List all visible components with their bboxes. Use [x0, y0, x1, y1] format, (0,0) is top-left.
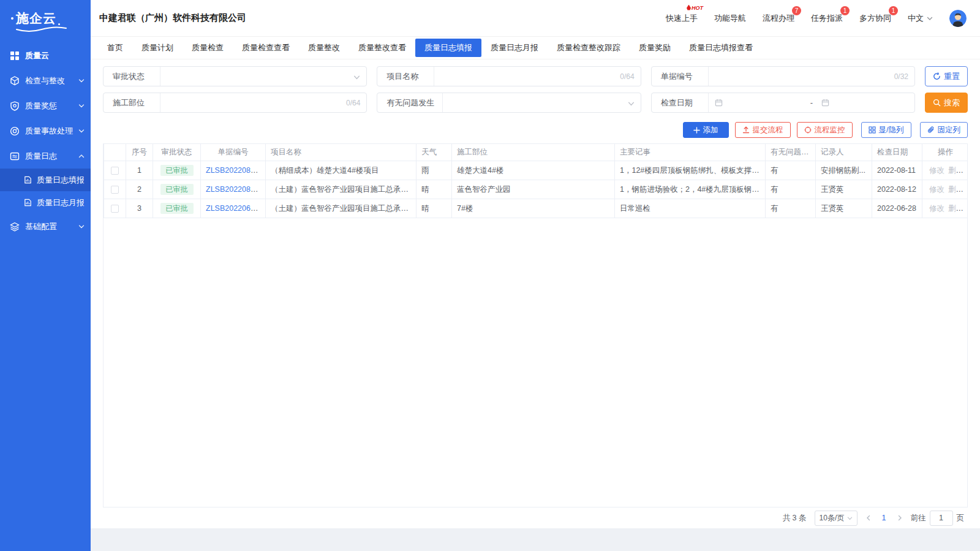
- chevron-down-icon: [353, 74, 360, 81]
- delete-link[interactable]: 删除: [948, 185, 963, 194]
- goto-page-input[interactable]: [930, 511, 953, 526]
- edit-link[interactable]: 修改: [929, 204, 944, 213]
- header-nav: 快速上手 HOT 功能导航 流程办理 7 任务指派 1 多方协同 1: [666, 10, 967, 27]
- delete-link[interactable]: 删除: [948, 166, 963, 175]
- tab-quality-rectify[interactable]: 质量整改: [299, 39, 349, 57]
- cell-recorder: 王贤英: [816, 180, 872, 199]
- count-badge: 1: [840, 6, 850, 15]
- add-button[interactable]: 添加: [683, 122, 729, 138]
- header-check-date: 检查日期: [872, 144, 922, 161]
- layers-icon: [10, 222, 20, 232]
- header-has-issue: 有无问题发生: [766, 144, 816, 161]
- sidebar-item-label: 质量奖惩: [25, 101, 78, 112]
- filter-check-date: 检查日期 -: [651, 93, 915, 113]
- tab-quality-inspect[interactable]: 质量检查: [183, 39, 233, 57]
- filter-panel: 审批状态 项目名称 0/64 单据编号 0/32 重置: [91, 59, 980, 120]
- nav-label: 流程办理: [763, 13, 794, 23]
- end-date-input[interactable]: [815, 93, 914, 112]
- journal-icon: [10, 151, 20, 161]
- sidebar-item-basic-config[interactable]: 基础配置: [0, 214, 91, 239]
- header-project-name: 项目名称: [266, 144, 417, 161]
- tab-quality-inspect-view[interactable]: 质量检查查看: [233, 39, 299, 57]
- cell-project: （精细成本）雄楚大道4#楼项目: [266, 161, 417, 180]
- filter-label: 审批状态: [104, 67, 160, 86]
- avatar-image: [949, 10, 967, 27]
- cell-seq: 2: [126, 180, 153, 199]
- row-checkbox[interactable]: [111, 186, 119, 194]
- chevron-down-icon: [847, 515, 853, 521]
- delete-link[interactable]: 删除: [948, 204, 963, 213]
- edit-link[interactable]: 修改: [929, 166, 944, 175]
- cube-icon: [10, 76, 20, 86]
- search-button[interactable]: 搜索: [925, 93, 968, 113]
- header-actions: 操作: [922, 144, 968, 161]
- sidebar-item-quality-log-fill[interactable]: 质量日志填报: [0, 169, 91, 191]
- sidebar-item-quality-reward-punish[interactable]: 质量奖惩: [0, 93, 91, 118]
- nav-multi-collab[interactable]: 多方协同 1: [859, 13, 891, 24]
- approval-status-select[interactable]: [160, 67, 366, 86]
- avatar[interactable]: [949, 10, 967, 27]
- calendar-icon: [715, 99, 723, 107]
- show-hide-columns-button[interactable]: 显/隐列: [861, 122, 911, 138]
- filter-doc-no: 单据编号 0/32: [651, 66, 915, 86]
- status-badge: 已审批: [160, 203, 194, 214]
- project-name-input[interactable]: 0/64: [434, 67, 640, 86]
- tab-quality-log-fill[interactable]: 质量日志填报: [415, 39, 481, 57]
- nav-task-assign[interactable]: 任务指派 1: [811, 13, 843, 24]
- nav-quick-start[interactable]: 快速上手 HOT: [666, 13, 698, 24]
- nav-flow-handle[interactable]: 流程办理 7: [763, 13, 794, 24]
- search-label: 搜索: [944, 97, 960, 108]
- cell-date: 2022-08-12: [872, 180, 922, 199]
- tab-quality-log-fill-view[interactable]: 质量日志填报查看: [680, 39, 762, 57]
- filter-project-name: 项目名称 0/64: [377, 66, 641, 86]
- calendar-icon: [821, 99, 829, 107]
- doc-no-link[interactable]: ZLSB2022060001: [206, 204, 266, 213]
- chevron-down-icon: [628, 101, 635, 107]
- nav-feature-guide[interactable]: 功能导航: [714, 13, 746, 24]
- tab-inspect-rectify-track[interactable]: 质量检查整改跟踪: [548, 39, 630, 57]
- flow-monitor-button[interactable]: 流程监控: [797, 122, 853, 138]
- sidebar-item-quality-log-monthly[interactable]: 质量日志月报: [0, 191, 91, 214]
- has-issue-select[interactable]: [443, 93, 640, 112]
- next-page-button[interactable]: [897, 515, 903, 521]
- row-checkbox[interactable]: [111, 205, 119, 213]
- edit-link[interactable]: 修改: [929, 185, 944, 194]
- bottom-strip: [91, 528, 980, 551]
- cell-notes: 1，钢筋进场验收；2，4#楼九层顶板钢筋绑扎...: [615, 180, 766, 199]
- target-icon: [10, 126, 20, 136]
- doc-no-input[interactable]: 0/32: [709, 67, 914, 86]
- tab-quality-rectify-view[interactable]: 质量整改查看: [349, 39, 415, 57]
- search-icon: [933, 99, 941, 107]
- start-date-input[interactable]: [709, 93, 808, 112]
- report-icon: [23, 175, 32, 184]
- sidebar-item-quality-accident[interactable]: 质量事故处理: [0, 118, 91, 143]
- fixed-columns-button[interactable]: 固定列: [920, 122, 968, 138]
- tab-home[interactable]: 首页: [98, 39, 132, 57]
- tab-quality-plan[interactable]: 质量计划: [132, 39, 183, 57]
- chevron-right-icon: [897, 515, 903, 521]
- construction-part-input[interactable]: 0/64: [160, 93, 366, 112]
- tab-quality-log-monthly[interactable]: 质量日志月报: [481, 39, 548, 57]
- header-recorder: 记录人: [816, 144, 872, 161]
- sidebar-item-inspection-rectify[interactable]: 检查与整改: [0, 68, 91, 93]
- plus-icon: [693, 127, 700, 134]
- page-size-select[interactable]: 10条/页: [815, 511, 858, 526]
- sidebar-item-quality-log[interactable]: 质量日志: [0, 143, 91, 169]
- monitor-icon: [804, 126, 812, 134]
- submit-flow-button[interactable]: 提交流程: [735, 122, 791, 138]
- tab-quality-reward[interactable]: 质量奖励: [630, 39, 680, 57]
- filter-has-issue: 有无问题发生: [377, 93, 641, 113]
- sidebar-item-quality-cloud[interactable]: 质量云: [0, 43, 91, 68]
- cell-notes: 1，12#楼四层顶板钢筋绑扎、模板支撑验收；...: [615, 161, 766, 180]
- doc-no-link[interactable]: ZLSB2022080003: [206, 166, 266, 175]
- row-checkbox[interactable]: [111, 167, 119, 175]
- page-number-current[interactable]: 1: [880, 514, 889, 522]
- language-switcher[interactable]: 中文: [908, 13, 933, 24]
- char-counter: 0/32: [894, 72, 908, 81]
- goto-prefix: 前往: [911, 513, 926, 523]
- nav-label: 多方协同: [859, 13, 891, 23]
- reset-button[interactable]: 重置: [925, 66, 968, 86]
- doc-no-link[interactable]: ZLSB2022080002: [206, 185, 266, 194]
- prev-page-button[interactable]: [865, 515, 872, 521]
- report-icon: [23, 198, 32, 207]
